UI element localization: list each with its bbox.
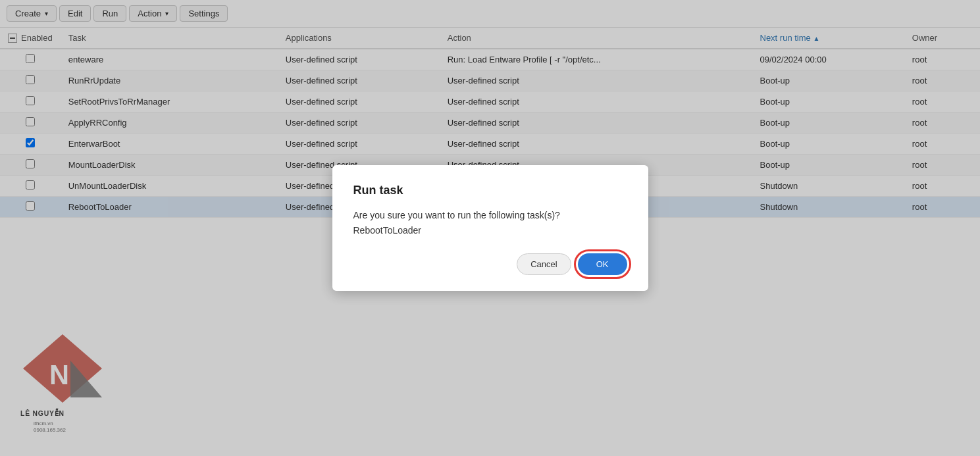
- run-task-modal: Run task Are you sure you want to run th…: [332, 165, 648, 218]
- modal-overlay: Run task Are you sure you want to run th…: [0, 0, 980, 218]
- modal-title: Run task: [353, 184, 627, 197]
- modal-body-text: Are you sure you want to run the followi…: [353, 210, 560, 218]
- modal-body: Are you sure you want to run the followi…: [353, 208, 627, 218]
